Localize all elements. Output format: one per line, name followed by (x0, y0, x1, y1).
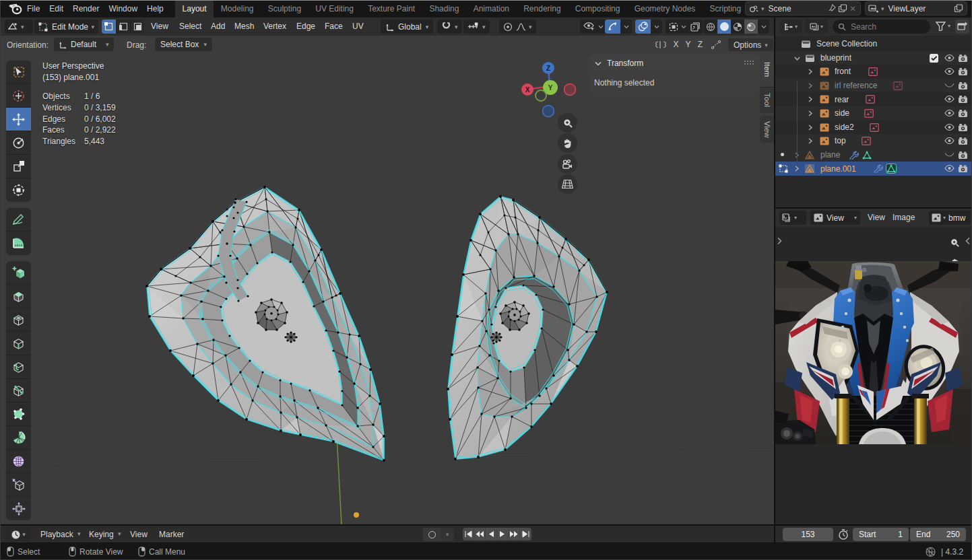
svg-text:Y: Y (548, 84, 553, 92)
svg-text:X: X (525, 86, 530, 94)
svg-text:Z: Z (546, 65, 550, 72)
